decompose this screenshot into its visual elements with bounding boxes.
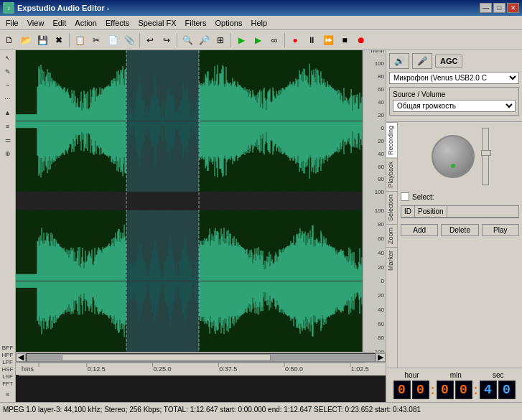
waveform-canvas[interactable]: [16, 50, 386, 352]
timer-s2: 0: [498, 381, 516, 399]
add-marker-button[interactable]: Add: [401, 224, 438, 236]
tool-select[interactable]: ↖: [1, 52, 14, 65]
menu-action[interactable]: Action: [70, 17, 101, 29]
select-row: Select:: [398, 191, 522, 202]
sep5: [284, 33, 285, 47]
menu-file[interactable]: File: [1, 17, 23, 29]
main-toolbar: 🗋 📂 💾 ✖ 📋 ✂ 📄 📎 ↩ ↪ 🔍 🔎 ⊞ ▶ ▶ ∞ ● ⏸ ⏩ ■ …: [0, 30, 522, 50]
tb-paste[interactable]: 📄: [105, 32, 121, 48]
filter-hsf[interactable]: HSF: [2, 366, 14, 373]
scrollbar-thumb[interactable]: [62, 354, 271, 361]
tab-playback[interactable]: Playback: [386, 158, 397, 191]
sep1: [69, 33, 70, 47]
select-label: Select:: [412, 193, 434, 201]
menubar: File View Edit Action Effects Special FX…: [0, 16, 522, 30]
right-panel: 🔊 🎤 AGC Микрофон (Venus USB2.0 C Source …: [386, 50, 522, 402]
tb-new[interactable]: 🗋: [1, 32, 17, 48]
tool-zoom[interactable]: ⋯: [1, 93, 14, 106]
menu-effects[interactable]: Effects: [101, 17, 134, 29]
tb-ff[interactable]: ⏩: [320, 32, 336, 48]
menu-options[interactable]: Options: [211, 17, 247, 29]
marker-buttons: Add Delete Play: [398, 221, 522, 239]
left-toolbar: ↖ ✎ ~ ⋯ ▲ ≡ ⚌ ⊕ BPF HPF LPF HSF LSF FFT …: [0, 50, 16, 402]
tool-eq[interactable]: ⚌: [1, 134, 14, 146]
tab-selection[interactable]: Selection: [386, 191, 397, 224]
delete-marker-button[interactable]: Delete: [441, 224, 478, 236]
filter-lpf[interactable]: LPF: [2, 359, 13, 365]
marker-col-id: ID: [401, 206, 415, 217]
timer-m1: 0: [437, 381, 454, 399]
tb-play[interactable]: ▶: [233, 32, 249, 48]
tb-stop[interactable]: ■: [337, 32, 353, 48]
menu-edit[interactable]: Edit: [48, 17, 70, 29]
tab-marker[interactable]: Marker: [386, 247, 397, 274]
tb-recpause[interactable]: ⏺: [353, 32, 369, 48]
volume-slider[interactable]: [482, 128, 489, 185]
filter-lsf[interactable]: LSF: [2, 373, 13, 380]
menu-specialfx[interactable]: Special FX: [134, 17, 180, 29]
timer-display: 0 0 : 0 0 : 4 0: [389, 381, 519, 399]
tb-save[interactable]: 💾: [34, 32, 50, 48]
tb-pause[interactable]: ⏸: [304, 32, 320, 48]
filter-fft[interactable]: FFT: [2, 381, 13, 387]
source-volume-label: Source / Volume: [393, 90, 516, 98]
tb-play2[interactable]: ▶: [250, 32, 266, 48]
sep4: [230, 33, 231, 47]
tb-copy[interactable]: 📋: [72, 32, 88, 48]
waveform-area: ◀ ▶: [16, 50, 386, 402]
panel-tab-strip: Recording Playback Selection Zoom Marker: [386, 122, 398, 368]
device-select[interactable]: Микрофон (Venus USB2.0 C: [389, 72, 519, 84]
timer-colon2: :: [474, 383, 478, 398]
scroll-right[interactable]: ▶: [376, 353, 386, 362]
tool-arrow[interactable]: ▲: [1, 106, 14, 119]
tool-pencil[interactable]: ✎: [1, 65, 14, 78]
volume-knob[interactable]: [432, 135, 475, 178]
close-button[interactable]: ✕: [507, 3, 519, 13]
timer-h1: 0: [393, 381, 411, 399]
speaker-out-btn[interactable]: 🔊: [389, 53, 409, 69]
right-panel-inner: Recording Playback Selection Zoom Marker: [386, 122, 522, 368]
tab-recording[interactable]: Recording: [386, 122, 397, 158]
scrollbar-track[interactable]: [26, 353, 376, 362]
tb-redo[interactable]: ↪: [159, 32, 174, 48]
slider-handle[interactable]: [481, 150, 491, 156]
tb-cut[interactable]: ✂: [88, 32, 104, 48]
time-ruler: [16, 362, 386, 375]
timer-colon1: :: [431, 383, 435, 398]
horizontal-scrollbar[interactable]: ◀ ▶: [16, 352, 386, 362]
tb-delete[interactable]: ✖: [51, 32, 67, 48]
tb-zoom-fit[interactable]: ⊞: [213, 32, 228, 48]
tb-record[interactable]: ●: [287, 32, 303, 48]
speaker-in-btn[interactable]: 🎤: [412, 53, 432, 69]
menu-view[interactable]: View: [23, 17, 49, 29]
maximize-button[interactable]: □: [493, 3, 505, 13]
sep2: [139, 33, 140, 47]
tb-loop[interactable]: ∞: [266, 32, 282, 48]
tb-paste2[interactable]: 📎: [121, 32, 137, 48]
play-marker-button[interactable]: Play: [482, 224, 519, 236]
titlebar: ♪ Expstudio Audio Editor - — □ ✕: [0, 0, 522, 16]
knob-area: [398, 122, 522, 191]
tb-open[interactable]: 📂: [18, 32, 34, 48]
filter-bpf[interactable]: BPF: [2, 345, 14, 351]
tb-undo[interactable]: ↩: [142, 32, 158, 48]
agc-button[interactable]: AGC: [435, 55, 462, 67]
statusbar: MPEG 1.0 layer-3: 44,100 kHz; Stereo; 25…: [0, 402, 522, 416]
select-checkbox[interactable]: [401, 192, 409, 201]
scroll-left[interactable]: ◀: [16, 353, 26, 362]
menu-filters[interactable]: Filters: [181, 17, 211, 29]
menu-help[interactable]: Help: [246, 17, 271, 29]
filter-hpf[interactable]: HPF: [2, 352, 14, 358]
ruler-canvas: [19, 363, 386, 375]
marker-col-pos: Position: [415, 206, 447, 217]
tool-freq[interactable]: ≡: [1, 120, 14, 133]
tb-zoom-out[interactable]: 🔎: [196, 32, 212, 48]
tool-wave[interactable]: ~: [1, 79, 14, 92]
tab-zoom[interactable]: Zoom: [386, 224, 397, 247]
minimize-button[interactable]: —: [480, 3, 492, 13]
volume-select[interactable]: Общая громкость: [393, 100, 516, 112]
tool-marker[interactable]: ⊕: [1, 147, 14, 160]
tb-zoom-in[interactable]: 🔍: [180, 32, 195, 48]
tool-misc[interactable]: ≡: [1, 388, 14, 401]
sep3: [177, 33, 177, 47]
